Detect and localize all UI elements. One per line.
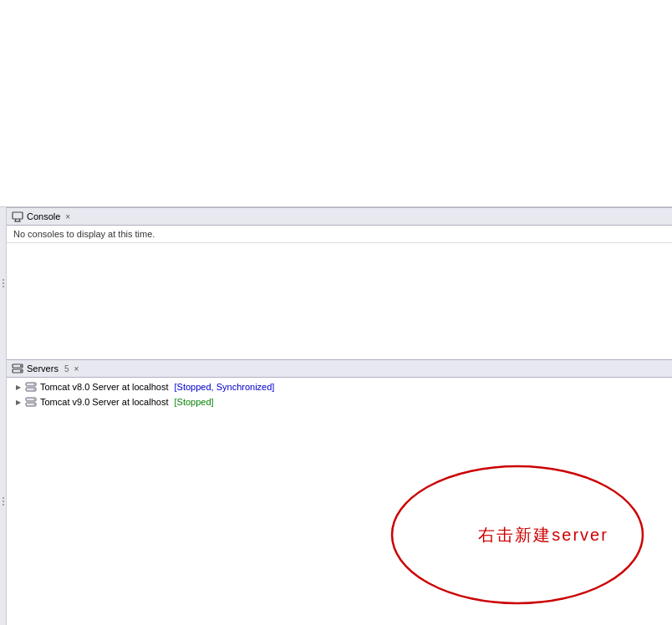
svg-point-11 [33, 389, 35, 390]
servers-panel-container: Servers 5 × ▶ Tomcat v8.0 [0, 359, 672, 625]
console-empty-area [7, 243, 672, 359]
server-item-tomcat9[interactable]: ▶ Tomcat v9.0 Server at localhost [Stopp… [7, 394, 672, 409]
expand-arrow-tomcat9[interactable]: ▶ [13, 397, 23, 407]
servers-panel-title: Servers [27, 363, 59, 373]
drag-dot [3, 497, 4, 499]
svg-point-10 [33, 384, 35, 385]
svg-rect-0 [13, 212, 23, 219]
servers-panel-body: ▶ Tomcat v8.0 Server at localhost [Stopp… [7, 378, 672, 625]
servers-panel-main: Servers 5 × ▶ Tomcat v8.0 [7, 359, 672, 625]
server-icon-tomcat8 [25, 381, 37, 393]
console-icon [12, 211, 23, 222]
console-drag-handle[interactable] [0, 207, 7, 359]
drag-dot [3, 282, 4, 284]
server-name-tomcat8: Tomcat v8.0 Server at localhost [40, 382, 168, 392]
drag-dot [3, 504, 4, 506]
server-status-tomcat9: [Stopped] [171, 397, 213, 407]
svg-point-15 [33, 404, 35, 405]
servers-panel-close[interactable]: × [74, 364, 79, 373]
servers-panel-bar[interactable]: Servers 5 × [7, 359, 672, 378]
server-item-tomcat8[interactable]: ▶ Tomcat v8.0 Server at localhost [Stopp… [7, 379, 672, 394]
svg-point-7 [20, 370, 22, 372]
console-panel-close[interactable]: × [65, 212, 70, 221]
drag-dot [3, 286, 4, 287]
svg-point-6 [20, 365, 22, 367]
console-panel-main: Console × No consoles to display at this… [7, 207, 672, 359]
server-icon-tomcat9 [25, 396, 37, 408]
servers-panel-badge: 5 [64, 364, 69, 373]
server-name-tomcat9: Tomcat v9.0 Server at localhost [40, 397, 168, 407]
drag-dot [3, 279, 4, 281]
console-panel-body: No consoles to display at this time. [7, 226, 672, 359]
annotation-text: 右击新建server [478, 524, 608, 546]
expand-arrow-tomcat8[interactable]: ▶ [13, 382, 23, 392]
servers-icon [12, 363, 23, 374]
annotation-container: 右击新建server [388, 460, 647, 610]
servers-drag-handle[interactable] [0, 359, 7, 625]
server-status-tomcat8: [Stopped, Synchronized] [171, 382, 274, 392]
console-panel-bar[interactable]: Console × [7, 207, 672, 226]
console-empty-message: No consoles to display at this time. [7, 226, 672, 243]
servers-list: ▶ Tomcat v8.0 Server at localhost [Stopp… [7, 378, 672, 625]
svg-point-14 [33, 399, 35, 400]
editor-area [0, 0, 672, 207]
console-panel-title: Console [27, 211, 60, 221]
drag-dot [3, 501, 4, 502]
console-panel-container: Console × No consoles to display at this… [0, 207, 672, 359]
